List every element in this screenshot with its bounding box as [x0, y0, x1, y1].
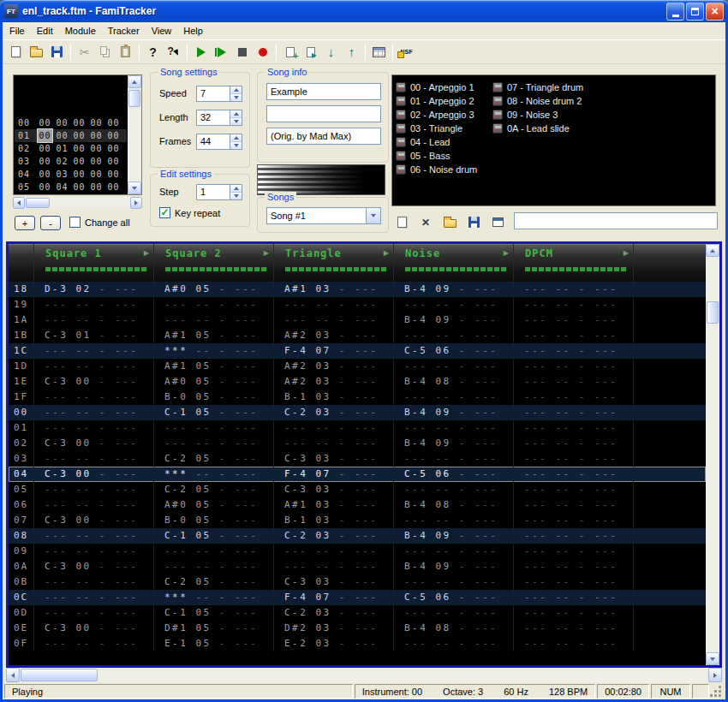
- instrument-item[interactable]: 00 - Arpeggio 1: [392, 80, 489, 94]
- pattern-cell[interactable]: --- -- - ---: [34, 451, 154, 467]
- instrument-item[interactable]: 03 - Triangle: [392, 122, 489, 135]
- stop-button[interactable]: [232, 42, 252, 62]
- close-button[interactable]: ×: [706, 3, 724, 21]
- instrument-item[interactable]: 05 - Bass: [392, 149, 489, 163]
- pattern-row[interactable]: 05--- -- - ---C-2 05 - ---C-3 03 - -----…: [9, 482, 706, 497]
- song-name-input[interactable]: [266, 83, 381, 100]
- pattern-cell[interactable]: B-0 05 - ---: [154, 513, 274, 528]
- frame-pattern-value[interactable]: 00: [38, 168, 52, 181]
- pattern-cell[interactable]: B-4 09 - ---: [394, 559, 514, 574]
- pattern-cell[interactable]: A#2 03 - ---: [274, 328, 394, 343]
- effect-expand-icon[interactable]: ▶: [504, 249, 509, 257]
- frame-pattern-value[interactable]: 00: [106, 181, 121, 193]
- pattern-row[interactable]: 02C-3 00 - ------ -- - ------ -- - ---B-…: [9, 436, 706, 451]
- pattern-cell[interactable]: F-4 07 - ---: [274, 590, 394, 605]
- pattern-cell[interactable]: C-3 03 - ---: [274, 574, 394, 590]
- pattern-cell[interactable]: C-3 00 - ---: [34, 513, 154, 528]
- frame-pattern-value[interactable]: 03: [55, 168, 69, 181]
- frame-pattern-value[interactable]: 00: [72, 129, 87, 142]
- pattern-row[interactable]: 04C-3 00 - ---*** -- - ---F-4 07 - ---C-…: [9, 467, 706, 482]
- pattern-cell[interactable]: --- -- - ---: [514, 621, 634, 636]
- save-file-button[interactable]: [47, 42, 67, 62]
- pattern-cell[interactable]: C-2 05 - ---: [154, 574, 274, 590]
- play-pattern-button[interactable]: [212, 42, 231, 62]
- pattern-cell[interactable]: --- -- - ---: [514, 544, 634, 559]
- pattern-cell[interactable]: C-5 06 - ---: [394, 590, 514, 605]
- scrollbar-thumb[interactable]: [128, 90, 140, 107]
- move-frame-down-button[interactable]: [321, 42, 341, 62]
- scrollbar-thumb[interactable]: [21, 669, 98, 681]
- pattern-cell[interactable]: --- -- - ---: [514, 420, 634, 436]
- effect-expand-icon[interactable]: ▶: [384, 249, 389, 257]
- pattern-cell[interactable]: C-2 03 - ---: [274, 605, 394, 621]
- pattern-cell[interactable]: A#0 05 - ---: [154, 282, 274, 297]
- channel-header[interactable]: Triangle▶: [274, 244, 394, 282]
- instrument-panel[interactable]: 00 - Arpeggio 101 - Arpeggio 202 - Arpeg…: [391, 74, 716, 206]
- pattern-row[interactable]: 0AC-3 00 - ------ -- - ------ -- - ---B-…: [9, 559, 706, 574]
- pattern-cell[interactable]: --- -- - ---: [34, 359, 154, 374]
- frames-up-button[interactable]: [230, 134, 242, 141]
- add-frame-button[interactable]: +: [15, 216, 35, 230]
- frame-pattern-value[interactable]: 00: [55, 116, 69, 129]
- pattern-row[interactable]: 08--- -- - ---C-1 05 - ---C-2 03 - ---B-…: [9, 528, 706, 544]
- frame-pattern-value[interactable]: 01: [55, 142, 69, 155]
- pattern-row[interactable]: 0B--- -- - ---C-2 05 - ---C-3 03 - -----…: [9, 574, 706, 590]
- pattern-cell[interactable]: --- -- - ---: [274, 544, 394, 559]
- scrollbar-thumb[interactable]: [707, 301, 719, 324]
- pattern-cell[interactable]: --- -- - ---: [394, 513, 514, 528]
- pattern-cell[interactable]: --- -- - ---: [274, 559, 394, 574]
- pattern-cell[interactable]: --- -- - ---: [34, 636, 154, 651]
- scroll-left-button[interactable]: [6, 668, 20, 682]
- pattern-cell[interactable]: --- -- - ---: [394, 359, 514, 374]
- pattern-cell[interactable]: --- -- - ---: [514, 405, 634, 420]
- new-instrument-button[interactable]: [391, 212, 412, 231]
- copy-button[interactable]: [95, 42, 115, 62]
- pattern-cell[interactable]: --- -- - ---: [514, 513, 634, 528]
- instrument-item[interactable]: 04 - Lead: [392, 135, 489, 149]
- frame-pattern-value[interactable]: 00: [72, 142, 87, 155]
- scroll-up-button[interactable]: [706, 244, 719, 257]
- menu-edit[interactable]: Edit: [31, 23, 59, 39]
- pattern-cell[interactable]: --- -- - ---: [514, 636, 634, 651]
- pattern-horizontal-scrollbar[interactable]: [6, 668, 722, 682]
- pattern-cell[interactable]: E-2 03 - ---: [274, 636, 394, 651]
- pattern-cell[interactable]: C-2 03 - ---: [274, 405, 394, 420]
- pattern-cell[interactable]: B-4 08 - ---: [394, 374, 514, 390]
- channel-header[interactable]: DPCM▶: [514, 244, 634, 282]
- frame-pattern-value[interactable]: 00: [38, 142, 52, 155]
- pattern-cell[interactable]: --- -- - ---: [394, 605, 514, 621]
- instrument-item[interactable]: 0A - Lead slide: [489, 122, 586, 135]
- paste-button[interactable]: [116, 42, 135, 62]
- pattern-row[interactable]: 01--- -- - ------ -- - ------ -- - -----…: [9, 420, 706, 436]
- pattern-cell[interactable]: C-3 00 - ---: [34, 436, 154, 451]
- length-up-button[interactable]: [230, 110, 242, 117]
- open-file-button[interactable]: [27, 42, 46, 62]
- pattern-cell[interactable]: --- -- - ---: [514, 528, 634, 544]
- instrument-item[interactable]: 01 - Arpeggio 2: [392, 94, 489, 108]
- pattern-cell[interactable]: C-3 00 - ---: [34, 467, 154, 482]
- pattern-cell[interactable]: C-3 00 - ---: [34, 559, 154, 574]
- pattern-cell[interactable]: A#2 03 - ---: [274, 359, 394, 374]
- pattern-cell[interactable]: F-4 07 - ---: [274, 343, 394, 359]
- pattern-cell[interactable]: --- -- - ---: [394, 420, 514, 436]
- frame-vertical-scrollbar[interactable]: [128, 75, 141, 194]
- pattern-cell[interactable]: A#0 05 - ---: [154, 374, 274, 390]
- load-instrument-button[interactable]: [439, 212, 460, 231]
- effect-expand-icon[interactable]: ▶: [624, 249, 629, 257]
- pattern-cell[interactable]: B-4 09 - ---: [394, 528, 514, 544]
- pattern-cell[interactable]: C-1 05 - ---: [154, 605, 274, 621]
- frame-pattern-value[interactable]: 00: [89, 168, 104, 181]
- speed-up-button[interactable]: [230, 86, 242, 93]
- pattern-row[interactable]: 1EC-3 00 - ---A#0 05 - ---A#2 03 - ---B-…: [9, 374, 706, 390]
- frame-row[interactable]: 000000000000: [15, 116, 127, 129]
- frame-pattern-value[interactable]: 00: [72, 155, 87, 168]
- context-help-button[interactable]: [164, 42, 183, 62]
- pattern-cell[interactable]: C-3 00 - ---: [34, 621, 154, 636]
- pattern-cell[interactable]: C-3 00 - ---: [34, 374, 154, 390]
- pattern-cell[interactable]: B-4 09 - ---: [394, 312, 514, 328]
- pattern-cell[interactable]: --- -- - ---: [34, 390, 154, 405]
- pattern-row[interactable]: 00--- -- - ---C-1 05 - ---C-2 03 - ---B-…: [9, 405, 706, 420]
- effect-expand-icon[interactable]: ▶: [264, 249, 269, 257]
- pattern-cell[interactable]: --- -- - ---: [34, 590, 154, 605]
- pattern-cell[interactable]: A#1 03 - ---: [274, 282, 394, 297]
